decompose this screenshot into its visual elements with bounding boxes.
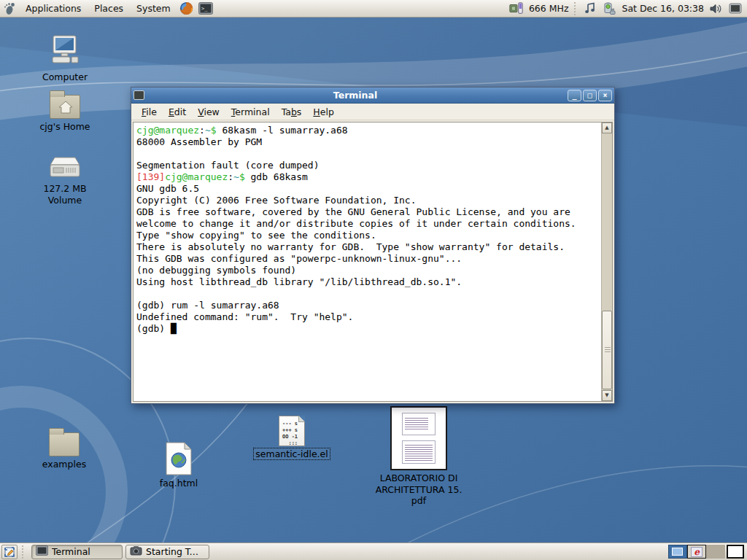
- menu-applications[interactable]: Applications: [19, 1, 88, 16]
- workspace-switcher: e: [668, 545, 725, 559]
- gnome-menu-icon[interactable]: [2, 1, 17, 16]
- icon-label: faq.html: [160, 478, 198, 489]
- terminal-line: Segmentation fault (core dumped): [136, 160, 601, 171]
- terminal-line: cjg@marquez:~$ 68kasm -l sumarray.a68: [136, 125, 601, 136]
- desktop-icon-pdf[interactable]: LABORATORIO DI ARCHITETTURA 15. pdf: [375, 406, 462, 507]
- home-folder-icon: [50, 95, 80, 119]
- examples-folder-icon: [49, 432, 80, 456]
- workspace-3[interactable]: [706, 545, 725, 559]
- menu-places[interactable]: Places: [88, 1, 130, 16]
- panel-drag-handle[interactable]: [21, 545, 26, 559]
- terminal-line: GDB is free software, covered by the GNU…: [136, 206, 601, 218]
- power-manager-icon[interactable]: [602, 1, 616, 16]
- show-desktop-button[interactable]: [1, 545, 18, 559]
- menu-edit[interactable]: Edit: [163, 104, 192, 120]
- desktop-icon-home[interactable]: cjg's Home: [34, 89, 96, 133]
- task-button-terminal[interactable]: Terminal: [31, 545, 123, 559]
- desktop-icon-semantic[interactable]: --- s +++ s OO -1 ::: semantic-idle.el: [252, 416, 332, 460]
- workspace-2[interactable]: e: [687, 545, 706, 559]
- terminal-line: Type "show copying" to see the condition…: [136, 230, 601, 241]
- menu-system[interactable]: System: [130, 1, 177, 16]
- desktop-icon-faq[interactable]: faq.html: [147, 442, 210, 489]
- desktop-icon-examples[interactable]: examples: [33, 427, 96, 470]
- volume-speaker-icon[interactable]: [709, 1, 724, 16]
- icon-label: Computer: [42, 71, 88, 83]
- scrollbar-thumb[interactable]: [602, 311, 612, 389]
- terminal-line: (gdb) rum -l sumarray.a68: [136, 300, 601, 311]
- scroll-down-button[interactable]: ▼: [602, 390, 612, 401]
- workspace-1[interactable]: [668, 545, 687, 559]
- icon-label: 127.2 MB Volume: [29, 183, 101, 206]
- menu-tabs[interactable]: Tabs: [276, 104, 308, 120]
- cpu-frequency-icon[interactable]: [509, 1, 524, 16]
- terminal-line: (gdb) █: [136, 323, 601, 335]
- window-title: Terminal: [144, 90, 566, 101]
- desktop-icon-volume[interactable]: 127.2 MB Volume: [29, 155, 101, 206]
- close-button[interactable]: ×: [598, 90, 612, 101]
- task-button-starting[interactable]: Starting Ta...: [125, 545, 209, 559]
- menu-file[interactable]: File: [136, 104, 163, 120]
- terminal-line: [136, 148, 601, 160]
- scroll-up-button[interactable]: ▲: [602, 122, 612, 133]
- bottom-panel: Terminal Starting Ta... e: [0, 542, 747, 560]
- terminal-scrollbar[interactable]: ▲ ▼: [601, 122, 612, 401]
- terminal-launcher-icon[interactable]: >_: [198, 1, 213, 16]
- icon-label: LABORATORIO DI ARCHITETTURA 15. pdf: [376, 472, 462, 507]
- terminal-titlebar[interactable]: Terminal _ □ ×: [131, 88, 614, 104]
- disk-volume-icon: [49, 155, 81, 181]
- terminal-window-icon: [133, 90, 144, 100]
- terminal-line: [136, 288, 601, 300]
- camera-task-icon: [130, 545, 142, 558]
- clock-label[interactable]: Sat Dec 16, 03:38: [619, 3, 707, 14]
- terminal-screen[interactable]: cjg@marquez:~$ 68kasm -l sumarray.a68680…: [133, 122, 601, 401]
- workspace-window-thumb: [672, 548, 683, 556]
- terminal-line: Copyright (C) 2006 Free Software Foundat…: [136, 195, 601, 206]
- menu-terminal[interactable]: Terminal: [225, 104, 276, 120]
- menu-view[interactable]: View: [192, 104, 225, 120]
- pdf-preview-icon: [390, 406, 447, 470]
- terminal-line: [139]cjg@marquez:~$ gdb 68kasm: [136, 171, 601, 183]
- music-note-icon[interactable]: [583, 1, 597, 16]
- terminal-menubar: File Edit View Terminal Tabs Help: [131, 104, 614, 120]
- workspace-window-thumb: e: [691, 547, 703, 557]
- cpu-frequency-label: 666 MHz: [526, 3, 572, 14]
- icon-label: cjg's Home: [39, 121, 90, 133]
- maximize-button[interactable]: □: [583, 90, 597, 101]
- desktop-screen: Applications Places System >_: [0, 0, 747, 560]
- menu-help[interactable]: Help: [307, 104, 340, 120]
- terminal-line: Undefined command: "rum". Try "help".: [136, 311, 601, 323]
- firefox-launcher-icon[interactable]: [179, 1, 194, 16]
- terminal-task-icon: [36, 545, 48, 558]
- terminal-line: Using host libthread_db library "/lib/li…: [136, 276, 601, 288]
- html-document-icon: [165, 442, 193, 475]
- terminal-line: GNU gdb 6.5: [136, 183, 601, 195]
- minimize-button[interactable]: _: [568, 90, 581, 101]
- terminal-line: This GDB was configured as "powerpc-unkn…: [136, 253, 601, 265]
- icon-label: examples: [42, 459, 86, 470]
- terminal-line: (no debugging symbols found): [136, 265, 601, 276]
- panel-drag-handle[interactable]: [573, 2, 578, 15]
- terminal-line: 68000 Assembler by PGM: [136, 136, 601, 148]
- terminal-line: There is absolutely no warranty for GDB.…: [136, 241, 601, 253]
- elisp-file-icon: --- s +++ s OO -1 :::: [279, 416, 305, 446]
- terminal-line: welcome to change it and/or distribute c…: [136, 218, 601, 230]
- terminal-window: Terminal _ □ × File Edit View Terminal T…: [131, 87, 615, 404]
- tray-monitor-icon[interactable]: [728, 1, 743, 16]
- trash-applet[interactable]: [727, 545, 744, 559]
- computer-icon: [48, 35, 82, 69]
- desktop-icon-computer[interactable]: Computer: [34, 35, 96, 83]
- top-panel: Applications Places System >_: [0, 0, 747, 18]
- svg-text:>_: >_: [201, 6, 208, 12]
